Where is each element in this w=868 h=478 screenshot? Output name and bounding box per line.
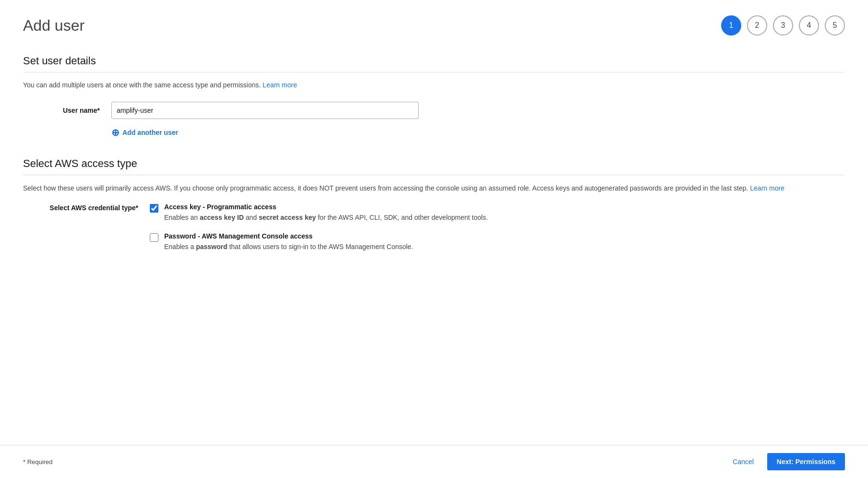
user-name-label: User name*: [23, 107, 100, 114]
programmatic-access-checkbox[interactable]: [150, 204, 158, 213]
add-user-icon: ⊕: [111, 127, 120, 138]
footer-buttons: Cancel Next: Permissions: [725, 453, 845, 470]
console-access-title: Password - AWS Management Console access: [164, 232, 413, 240]
page-title: Add user: [23, 17, 84, 35]
add-another-user-label[interactable]: Add another user: [122, 129, 178, 136]
set-user-details-section: Set user details You can add multiple us…: [23, 55, 845, 138]
header-row: Add user 1 2 3 4 5: [23, 15, 845, 36]
footer-bar: * Required Cancel Next: Permissions: [0, 445, 868, 478]
programmatic-access-text: Access key - Programmatic access Enables…: [164, 203, 488, 223]
add-another-user-row[interactable]: ⊕ Add another user: [111, 127, 845, 138]
user-name-input[interactable]: [111, 102, 419, 119]
next-permissions-button[interactable]: Next: Permissions: [767, 453, 845, 470]
step-1[interactable]: 1: [721, 15, 741, 36]
user-name-row: User name*: [23, 102, 845, 119]
section-divider-2: [23, 175, 845, 175]
console-access-text: Password - AWS Management Console access…: [164, 232, 413, 252]
access-type-description: Select how these users will primarily ac…: [23, 183, 845, 193]
page-container: Add user 1 2 3 4 5 Set: [0, 0, 868, 478]
credential-options: Access key - Programmatic access Enables…: [150, 203, 488, 252]
programmatic-access-title: Access key - Programmatic access: [164, 203, 488, 211]
console-access-option: Password - AWS Management Console access…: [150, 232, 488, 252]
programmatic-access-description: Enables an access key ID and secret acce…: [164, 213, 488, 223]
cancel-button[interactable]: Cancel: [725, 454, 761, 469]
learn-more-link-1[interactable]: Learn more: [263, 81, 297, 89]
section-divider-1: [23, 72, 845, 72]
set-user-details-description: You can add multiple users at once with …: [23, 80, 845, 90]
credential-type-row: Select AWS credential type* Access key -…: [23, 203, 845, 252]
required-note: * Required: [23, 458, 52, 466]
step-4[interactable]: 4: [799, 15, 819, 36]
step-3[interactable]: 3: [773, 15, 793, 36]
access-type-section: Select AWS access type Select how these …: [23, 157, 845, 252]
credential-type-label: Select AWS credential type*: [23, 203, 138, 212]
access-type-title: Select AWS access type: [23, 157, 845, 170]
console-access-checkbox[interactable]: [150, 233, 158, 242]
set-user-details-title: Set user details: [23, 55, 845, 67]
main-content: Add user 1 2 3 4 5 Set: [0, 0, 868, 445]
programmatic-access-option: Access key - Programmatic access Enables…: [150, 203, 488, 223]
programmatic-access-checkbox-container[interactable]: [150, 204, 158, 213]
step-5[interactable]: 5: [825, 15, 845, 36]
step-2[interactable]: 2: [747, 15, 767, 36]
steps-container: 1 2 3 4 5: [721, 15, 845, 36]
console-access-description: Enables a password that allows users to …: [164, 242, 413, 252]
learn-more-link-2[interactable]: Learn more: [750, 184, 784, 192]
console-access-checkbox-container[interactable]: [150, 233, 158, 242]
